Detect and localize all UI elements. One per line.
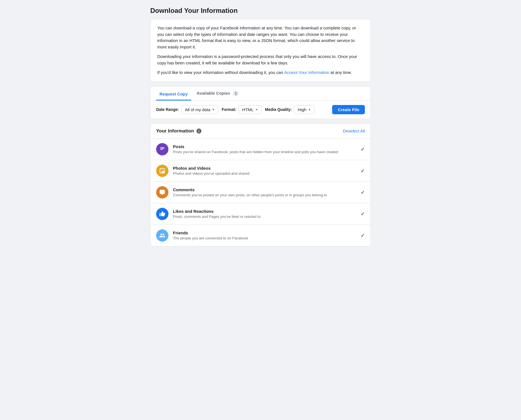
controls-row: Date Range: All of my data ▼ Format: HTM… <box>151 101 370 119</box>
your-information-info-icon[interactable]: i <box>196 129 201 134</box>
tab-request-copy[interactable]: Request Copy <box>156 88 191 101</box>
access-your-information-link[interactable]: Access Your Information <box>284 70 329 75</box>
format-chevron-icon: ▼ <box>255 108 258 111</box>
info-item-comments[interactable]: Comments Comments you've posted on your … <box>151 182 370 203</box>
your-information-title: Your Information i <box>156 128 201 134</box>
your-information-header: Your Information i Deselect All <box>151 124 370 139</box>
likes-reactions-name: Likes and Reactions <box>173 209 356 214</box>
friends-content: Friends The people you are connected to … <box>173 230 356 240</box>
available-copies-badge: 1 <box>233 91 239 96</box>
info-description-1: You can download a copy of your Facebook… <box>157 25 364 50</box>
tab-available-copies[interactable]: Available Copies 1 <box>193 87 242 101</box>
likes-reactions-icon <box>156 208 168 220</box>
friends-icon <box>156 229 168 242</box>
photos-videos-checkbox[interactable]: ✓ <box>361 168 365 174</box>
deselect-all-button[interactable]: Deselect All <box>343 129 365 133</box>
posts-description: Posts you've shared on Facebook, posts t… <box>173 150 356 154</box>
comments-icon <box>156 186 168 199</box>
info-item-likes-reactions[interactable]: Likes and Reactions Posts, comments and … <box>151 203 370 225</box>
info-description-2: Downloading your information is a passwo… <box>157 53 364 66</box>
comments-checkbox[interactable]: ✓ <box>361 189 365 195</box>
comments-name: Comments <box>173 187 356 192</box>
likes-reactions-content: Likes and Reactions Posts, comments and … <box>173 209 356 219</box>
format-label: Format: <box>222 107 236 112</box>
info-items-list: Posts Posts you've shared on Facebook, p… <box>151 139 370 246</box>
info-card: You can download a copy of your Facebook… <box>150 19 371 82</box>
media-quality-group: Media Quality: High ▼ <box>265 105 314 114</box>
info-item-posts[interactable]: Posts Posts you've shared on Facebook, p… <box>151 139 370 160</box>
friends-name: Friends <box>173 230 356 235</box>
page-title: Download Your Information <box>150 7 371 15</box>
date-range-dropdown[interactable]: All of my data ▼ <box>181 105 219 114</box>
likes-reactions-checkbox[interactable]: ✓ <box>361 211 365 217</box>
tabs-card: Request Copy Available Copies 1 Date Ran… <box>150 86 371 119</box>
info-description-3-pre: If you'd like to view your information w… <box>157 70 284 75</box>
info-description-3: If you'd like to view your information w… <box>157 69 364 76</box>
svg-point-1 <box>161 169 162 170</box>
photos-videos-name: Photos and Videos <box>173 166 356 171</box>
format-dropdown[interactable]: HTML ▼ <box>239 105 262 114</box>
format-group: Format: HTML ▼ <box>222 105 262 114</box>
posts-content: Posts Posts you've shared on Facebook, p… <box>173 144 356 154</box>
create-file-button[interactable]: Create File <box>332 105 365 114</box>
posts-checkbox[interactable]: ✓ <box>361 146 365 152</box>
photos-videos-icon <box>156 165 168 177</box>
photos-videos-description: Photos and videos you've uploaded and sh… <box>173 171 356 176</box>
info-description-3-post: at any time. <box>329 70 352 75</box>
date-range-label: Date Range: <box>156 107 179 112</box>
info-item-friends[interactable]: Friends The people you are connected to … <box>151 225 370 246</box>
posts-icon <box>156 143 168 155</box>
friends-checkbox[interactable]: ✓ <box>361 232 365 239</box>
friends-description: The people you are connected to on Faceb… <box>173 236 356 240</box>
media-quality-dropdown[interactable]: High ▼ <box>294 105 315 114</box>
comments-content: Comments Comments you've posted on your … <box>173 187 356 197</box>
info-item-photos-videos[interactable]: Photos and Videos Photos and videos you'… <box>151 160 370 182</box>
media-quality-label: Media Quality: <box>265 107 292 112</box>
date-range-group: Date Range: All of my data ▼ <box>156 105 218 114</box>
media-quality-chevron-icon: ▼ <box>308 108 311 111</box>
photos-videos-content: Photos and Videos Photos and videos you'… <box>173 166 356 176</box>
comments-description: Comments you've posted on your own posts… <box>173 193 356 197</box>
likes-reactions-description: Posts, comments and Pages you've liked o… <box>173 214 356 219</box>
your-information-card: Your Information i Deselect All Posts Po… <box>150 123 371 246</box>
date-range-chevron-icon: ▼ <box>212 108 215 111</box>
posts-name: Posts <box>173 144 356 149</box>
tabs-header: Request Copy Available Copies 1 <box>151 87 370 101</box>
